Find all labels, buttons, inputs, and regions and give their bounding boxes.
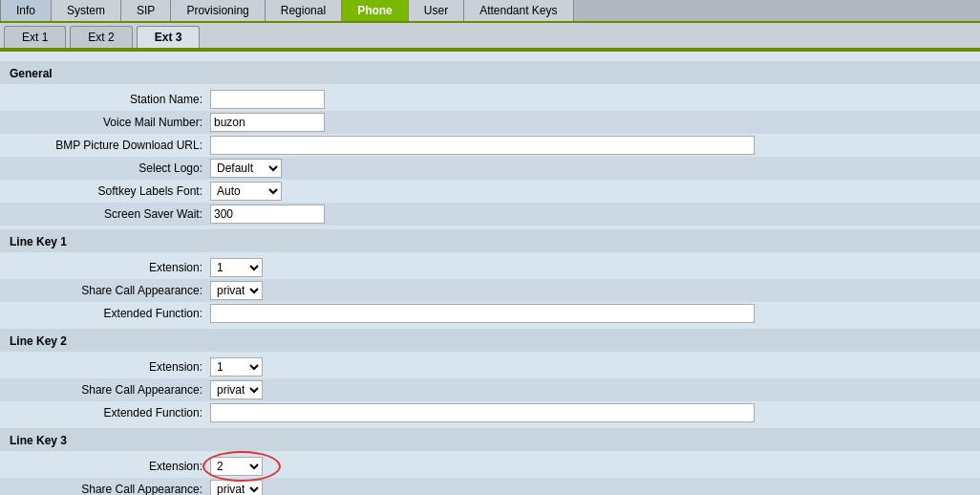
lk2-extfn-control xyxy=(210,403,755,422)
lk3-share-control: private shared xyxy=(210,480,263,495)
voice-mail-row: Voice Mail Number: xyxy=(0,111,980,134)
lk1-extfn-label: Extended Function: xyxy=(0,307,210,320)
lk2-share-control: private shared xyxy=(210,380,263,399)
lk2-extension-label: Extension: xyxy=(0,360,210,374)
line-key-1-header: Line Key 1 xyxy=(0,229,980,252)
lk1-share-control: private shared xyxy=(210,281,263,300)
station-name-label: Station Name: xyxy=(0,93,210,106)
tab-sip[interactable]: SIP xyxy=(121,0,171,21)
station-name-input[interactable] xyxy=(210,90,325,109)
tab-system[interactable]: System xyxy=(52,0,121,21)
screen-saver-control xyxy=(210,204,325,224)
select-logo-label: Select Logo: xyxy=(0,161,210,175)
select-logo-select[interactable]: Default xyxy=(210,159,282,178)
softkey-font-label: Softkey Labels Font: xyxy=(0,184,210,198)
line-key-2-form: Extension: 1 2 3 Share Call Appearance: … xyxy=(0,352,980,428)
screen-saver-row: Screen Saver Wait: xyxy=(0,203,980,226)
lk1-share-row: Share Call Appearance: private shared xyxy=(0,279,980,302)
lk1-extension-row: Extension: 1 2 3 xyxy=(0,256,980,279)
softkey-font-select[interactable]: Auto xyxy=(210,182,282,201)
softkey-font-row: Softkey Labels Font: Auto xyxy=(0,180,980,203)
lk2-extension-row: Extension: 1 2 3 xyxy=(0,355,980,378)
bmp-control xyxy=(210,136,755,155)
tab-user[interactable]: User xyxy=(409,0,464,21)
select-logo-control: Default xyxy=(210,159,282,178)
lk3-share-label: Share Call Appearance: xyxy=(0,483,210,495)
softkey-font-control: Auto xyxy=(210,182,282,201)
sub-tab-ext1[interactable]: Ext 1 xyxy=(4,26,66,48)
line-key-3-header: Line Key 3 xyxy=(0,428,980,451)
tab-attendant-keys[interactable]: Attendant Keys xyxy=(464,0,573,21)
lk2-extfn-row: Extended Function: xyxy=(0,401,980,424)
lk1-share-select[interactable]: private shared xyxy=(210,281,263,300)
lk2-share-label: Share Call Appearance: xyxy=(0,383,210,397)
main-tab-bar: Info System SIP Provisioning Regional Ph… xyxy=(0,0,980,23)
screen-saver-input[interactable] xyxy=(210,204,325,224)
line-key-3-form: Extension: 1 2 3 Share Call Appearance: … xyxy=(0,451,980,495)
general-section-header: General xyxy=(0,61,980,84)
lk2-extfn-input[interactable] xyxy=(210,403,755,422)
voice-mail-control xyxy=(210,113,325,132)
lk1-extfn-control xyxy=(210,304,755,323)
lk1-extension-control: 1 2 3 xyxy=(210,258,263,277)
lk3-extension-row: Extension: 1 2 3 xyxy=(0,455,980,478)
content-area: General Station Name: Voice Mail Number:… xyxy=(0,52,980,495)
station-name-control xyxy=(210,90,325,109)
lk3-share-select[interactable]: private shared xyxy=(210,480,263,495)
lk3-extension-select[interactable]: 1 2 3 xyxy=(210,457,263,476)
lk3-extension-label: Extension: xyxy=(0,460,210,473)
station-name-row: Station Name: xyxy=(0,88,980,111)
lk3-extension-control: 1 2 3 xyxy=(210,457,263,476)
line-key-2-header: Line Key 2 xyxy=(0,329,980,352)
line-key-1-form: Extension: 1 2 3 Share Call Appearance: … xyxy=(0,252,980,329)
screen-saver-label: Screen Saver Wait: xyxy=(0,207,210,221)
lk1-extension-label: Extension: xyxy=(0,261,210,274)
bmp-input[interactable] xyxy=(210,136,755,155)
lk1-extfn-row: Extended Function: xyxy=(0,302,980,325)
tab-regional[interactable]: Regional xyxy=(266,0,342,21)
lk2-share-row: Share Call Appearance: private shared xyxy=(0,378,980,401)
bmp-row: BMP Picture Download URL: xyxy=(0,134,980,157)
lk2-extfn-label: Extended Function: xyxy=(0,406,210,420)
bmp-label: BMP Picture Download URL: xyxy=(0,139,210,152)
lk1-extfn-input[interactable] xyxy=(210,304,755,323)
lk2-extension-select[interactable]: 1 2 3 xyxy=(210,357,263,377)
voice-mail-input[interactable] xyxy=(210,113,325,132)
lk1-share-label: Share Call Appearance: xyxy=(0,284,210,297)
sub-tab-ext3[interactable]: Ext 3 xyxy=(137,26,201,48)
lk2-extension-control: 1 2 3 xyxy=(210,357,263,377)
select-logo-row: Select Logo: Default xyxy=(0,157,980,180)
tab-phone[interactable]: Phone xyxy=(342,0,409,21)
sub-tab-bar: Ext 1 Ext 2 Ext 3 xyxy=(0,23,980,50)
lk3-extension-circled: 1 2 3 xyxy=(210,457,263,476)
lk2-share-select[interactable]: private shared xyxy=(210,380,263,399)
tab-info[interactable]: Info xyxy=(0,0,52,21)
tab-provisioning[interactable]: Provisioning xyxy=(171,0,265,21)
lk3-share-row: Share Call Appearance: private shared xyxy=(0,478,980,495)
voice-mail-label: Voice Mail Number: xyxy=(0,116,210,129)
general-form: Station Name: Voice Mail Number: BMP Pic… xyxy=(0,84,980,229)
sub-tab-ext2[interactable]: Ext 2 xyxy=(70,26,132,48)
lk1-extension-select[interactable]: 1 2 3 xyxy=(210,258,263,277)
